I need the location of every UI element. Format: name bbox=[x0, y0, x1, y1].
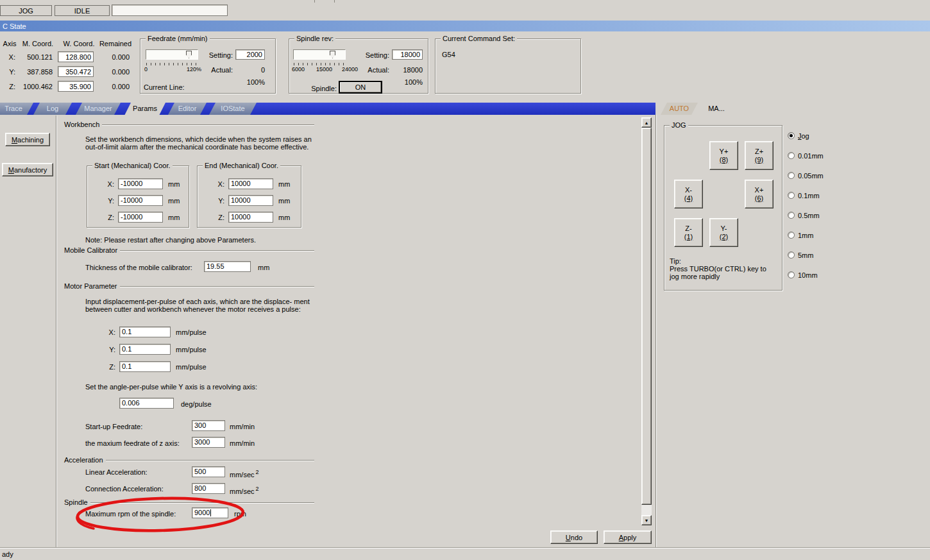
end-z-field[interactable]: 10000 bbox=[228, 212, 273, 223]
motor-section-header: Motor Parameter bbox=[64, 282, 314, 291]
step-option-1mm-label[interactable]: 1mm bbox=[798, 232, 813, 239]
jog-z-minus-button[interactable]: Z-(1) bbox=[674, 218, 703, 247]
tab-manager[interactable]: Manager bbox=[76, 103, 121, 115]
start-x-field[interactable]: -10000 bbox=[118, 178, 163, 189]
tab-manual-label: MA... bbox=[708, 105, 725, 112]
tab-params[interactable]: Params bbox=[124, 103, 165, 115]
end-x-field[interactable]: 10000 bbox=[228, 178, 273, 189]
radio-icon[interactable] bbox=[788, 271, 795, 278]
remained-y-value: 0.000 bbox=[101, 68, 130, 76]
calibrator-thickness-value: 19.55 bbox=[207, 262, 224, 270]
radio-icon[interactable] bbox=[788, 172, 795, 179]
linear-accel-field[interactable]: 500 bbox=[192, 466, 225, 477]
params-scrollbar[interactable]: ▲ ▼ bbox=[641, 117, 652, 525]
apply-button[interactable]: Apply bbox=[604, 530, 652, 544]
mcoord-z-value: 1000.462 bbox=[15, 83, 53, 91]
wcoord-x-value: 128.800 bbox=[65, 53, 91, 61]
jog-x-minus-button[interactable]: X-(4) bbox=[674, 180, 703, 208]
start-y-value: -10000 bbox=[121, 196, 142, 204]
pulse-x-field[interactable]: 0.1 bbox=[119, 327, 171, 337]
end-x-unit: mm bbox=[278, 180, 290, 189]
tab-manager-label: Manager bbox=[84, 105, 112, 112]
section-rule bbox=[106, 460, 314, 461]
scroll-down-button[interactable]: ▼ bbox=[641, 515, 652, 525]
tab-log[interactable]: Log bbox=[33, 103, 72, 115]
step-option-0-05mm-label[interactable]: 0.05mm bbox=[798, 172, 824, 180]
step-option-0-5mm-label[interactable]: 0.5mm bbox=[798, 212, 820, 219]
start-y-field[interactable]: -10000 bbox=[118, 195, 163, 206]
spindle-on-label: Spindle: bbox=[309, 85, 337, 93]
wcoord-y-box[interactable]: 350.472 bbox=[58, 66, 94, 77]
undo-button[interactable]: Undo bbox=[550, 530, 598, 544]
mcoord-x-value: 500.121 bbox=[15, 53, 53, 62]
tab-editor[interactable]: Editor bbox=[168, 103, 207, 115]
jog-y-minus-button[interactable]: Y-(2) bbox=[709, 218, 738, 247]
mode-button[interactable]: JOG bbox=[0, 5, 52, 16]
step-option-5mm[interactable]: 5mm bbox=[788, 251, 813, 259]
pulse-y-label: Y: bbox=[106, 346, 115, 354]
calibrator-thickness-field[interactable]: 19.55 bbox=[204, 261, 251, 272]
tab-iostate[interactable]: IOState bbox=[209, 103, 257, 115]
angle-per-pulse-field[interactable]: 0.006 bbox=[119, 398, 174, 409]
startup-feedrate-field[interactable]: 300 bbox=[192, 420, 225, 431]
step-option-10mm-label[interactable]: 10mm bbox=[798, 271, 818, 279]
feedrate-percent: 100% bbox=[235, 78, 265, 87]
start-z-field[interactable]: -10000 bbox=[118, 212, 163, 223]
step-option-10mm[interactable]: 10mm bbox=[788, 271, 818, 279]
scroll-up-icon: ▲ bbox=[645, 121, 649, 125]
start-x-unit: mm bbox=[168, 180, 180, 189]
spindle-slider-thumb[interactable] bbox=[330, 51, 335, 58]
machine-state-button[interactable]: IDLE bbox=[55, 5, 110, 16]
wcoord-y-value: 350.472 bbox=[65, 68, 91, 76]
max-rpm-field[interactable]: 9000 bbox=[192, 507, 228, 518]
max-rpm-label: Maximum rpm of the spindle: bbox=[85, 510, 176, 518]
step-option-0-05mm[interactable]: 0.05mm bbox=[788, 171, 824, 180]
radio-icon[interactable] bbox=[788, 132, 795, 139]
feedrate-setting-field[interactable]: 2000 bbox=[235, 49, 265, 60]
feedrate-slider[interactable] bbox=[146, 49, 198, 60]
radio-icon[interactable] bbox=[788, 192, 795, 199]
step-option-0-01mm-label[interactable]: 0.01mm bbox=[798, 152, 824, 160]
machining-button[interactable]: Machining bbox=[5, 133, 50, 146]
spindle-on-button[interactable]: ON bbox=[339, 81, 382, 93]
step-option-0-01mm[interactable]: 0.01mm bbox=[788, 151, 824, 160]
step-option-0-1mm[interactable]: 0.1mm bbox=[788, 191, 820, 199]
zmax-feedrate-field[interactable]: 3000 bbox=[192, 437, 225, 448]
spindle-slider[interactable] bbox=[293, 49, 346, 60]
end-y-field[interactable]: 10000 bbox=[228, 195, 273, 206]
wcoord-z-box[interactable]: 35.900 bbox=[58, 81, 94, 92]
feedrate-slider-thumb[interactable] bbox=[186, 51, 192, 58]
step-option-jog[interactable]: Jog bbox=[788, 132, 809, 140]
tab-trace[interactable]: Trace bbox=[0, 103, 33, 115]
connection-accel-unit-sup: 2 bbox=[256, 486, 259, 492]
spindle-setting-field[interactable]: 18000 bbox=[392, 49, 423, 60]
connection-accel-field[interactable]: 800 bbox=[192, 483, 225, 494]
tab-manual[interactable]: MA... bbox=[699, 103, 734, 115]
radio-icon[interactable] bbox=[788, 251, 795, 259]
wcoord-x-box[interactable]: 128.800 bbox=[58, 51, 94, 62]
radio-icon[interactable] bbox=[788, 212, 795, 219]
step-option-0-5mm[interactable]: 0.5mm bbox=[788, 211, 820, 219]
step-option-jog-label[interactable]: Jog bbox=[798, 132, 809, 140]
scroll-up-button[interactable]: ▲ bbox=[641, 117, 652, 128]
top-text-input[interactable] bbox=[112, 4, 228, 16]
feedrate-ticks bbox=[146, 63, 198, 65]
jog-y-plus-button[interactable]: Y+(8) bbox=[709, 141, 738, 170]
calibrator-section-header: Mobile Calibrator bbox=[64, 246, 314, 255]
calibrator-section-title: Mobile Calibrator bbox=[64, 246, 120, 255]
start-x-label: X: bbox=[105, 180, 114, 189]
jog-z-plus-button[interactable]: Z+(9) bbox=[745, 141, 774, 170]
pulse-z-field[interactable]: 0.1 bbox=[119, 361, 171, 372]
step-option-1mm[interactable]: 1mm bbox=[788, 231, 813, 239]
radio-icon[interactable] bbox=[788, 232, 795, 239]
step-option-0-1mm-label[interactable]: 0.1mm bbox=[798, 192, 820, 199]
tab-auto[interactable]: AUTO bbox=[661, 103, 698, 115]
manufactory-button[interactable]: Manufactory bbox=[2, 163, 53, 176]
pulse-y-field[interactable]: 0.1 bbox=[119, 344, 171, 355]
scroll-thumb[interactable] bbox=[641, 128, 652, 505]
acceleration-section-header: Acceleration bbox=[64, 456, 314, 464]
radio-icon[interactable] bbox=[788, 152, 795, 159]
col-header-wcoord: W. Coord. bbox=[62, 40, 96, 48]
step-option-5mm-label[interactable]: 5mm bbox=[798, 251, 813, 259]
jog-x-plus-button[interactable]: X+(6) bbox=[745, 180, 774, 208]
